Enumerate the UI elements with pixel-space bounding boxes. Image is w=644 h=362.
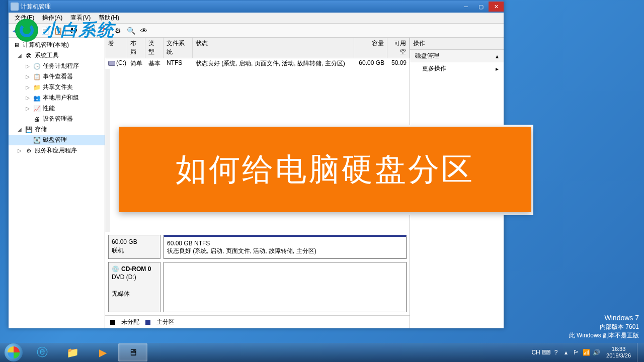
clock[interactable]: 16:33 2019/3/26 [603,346,634,359]
system-tray: CH ⌨ ? ▴ 🏳 📶 🔊 16:33 2019/3/26 [532,343,644,362]
minimize-button[interactable]: ─ [458,2,473,12]
disk-0-label[interactable]: 60.00 GB 联机 [108,235,160,259]
tree-local-users[interactable]: ▷ 👥 本地用户和组 [9,93,105,103]
collapse-icon: ▴ [496,53,499,60]
taskbar-media-player[interactable]: ▶ [88,343,117,361]
cdrom-partition[interactable] [164,262,407,312]
clock-time: 16:33 [606,346,631,352]
network-icon[interactable]: 📶 [582,348,590,356]
start-button[interactable] [0,343,27,362]
media-icon: ▶ [99,346,107,358]
view-button[interactable]: 👁 [138,25,149,36]
expand-icon[interactable]: ▷ [25,74,31,79]
expand-icon[interactable]: ▷ [25,106,31,111]
tree-shared-folders[interactable]: ▷ 📁 共享文件夹 [9,82,105,93]
tree-system-tools[interactable]: ◢ 🛠 系统工具 [9,50,105,61]
toolbar: ◀ ▶ 📄 📋 🗘 📑 ❓ ⚙ 🔍 👁 [9,24,504,38]
menu-help[interactable]: 帮助(H) [95,13,123,23]
menu-action[interactable]: 操作(A) [38,13,66,23]
tree-disk-management[interactable]: 💽 磁盘管理 [9,135,105,145]
taskbar-ie[interactable]: ⓔ [28,343,57,361]
maximize-button[interactable]: ▢ [473,2,489,12]
volume-header-row: 卷 布局 类型 文件系统 状态 容量 可用空 [105,38,410,58]
taskbar-explorer[interactable]: 📁 [58,343,87,361]
tree-event-viewer[interactable]: ▷ 📋 事件查看器 [9,71,105,82]
computer-icon: 🖥 [13,41,21,49]
ime-indicator[interactable]: CH [532,348,540,356]
device-icon: 🖨 [33,115,41,123]
forward-button[interactable]: ▶ [24,25,35,36]
show-desktop-button[interactable] [637,343,642,362]
expand-icon[interactable]: ▷ [25,95,31,101]
tree-label: 磁盘管理 [43,136,67,144]
event-icon: 📋 [33,73,41,81]
cdrom-icon: 💿 [112,265,119,273]
cdrom-row[interactable]: 💿CD-ROM 0 DVD (D:) 无媒体 [108,262,407,312]
tree-label: 性能 [43,104,55,113]
watermark-line3: 此 Windows 副本不是正版 [569,331,639,340]
disk-0-row[interactable]: 60.00 GB 联机 60.00 GB NTFS 状态良好 (系统, 启动, … [108,235,407,259]
app-icon [11,3,19,11]
cdrom-label[interactable]: 💿CD-ROM 0 DVD (D:) 无媒体 [108,262,160,312]
tree-task-scheduler[interactable]: ▷ 🕒 任务计划程序 [9,61,105,71]
tree-root[interactable]: 🖥 计算机管理(本地) [9,40,105,50]
collapse-icon[interactable]: ◢ [17,53,23,58]
menu-file[interactable]: 文件(F) [11,13,38,23]
header-type[interactable]: 类型 [145,38,164,58]
close-button[interactable]: ✕ [489,2,504,12]
header-filesystem[interactable]: 文件系统 [164,38,193,58]
back-button[interactable]: ◀ [11,25,22,36]
partition-c[interactable]: 60.00 GB NTFS 状态良好 (系统, 启动, 页面文件, 活动, 故障… [164,235,407,259]
tree-device-manager[interactable]: 🖨 设备管理器 [9,114,105,124]
clock-icon: 🕒 [33,62,41,70]
help-tray-icon[interactable]: ? [552,348,560,356]
chevron-right-icon: ▸ [496,65,499,72]
actions-more[interactable]: 更多操作 ▸ [410,62,504,75]
expand-icon[interactable]: ▷ [25,63,31,69]
disk-graphical-view: 60.00 GB 联机 60.00 GB NTFS 状态良好 (系统, 启动, … [105,232,410,328]
volume-icon[interactable]: 🔊 [592,348,600,356]
refresh-button[interactable]: 🗘 [68,25,79,36]
settings-button[interactable]: ⚙ [112,25,123,36]
up-button[interactable]: 📄 [39,25,50,36]
titlebar[interactable]: 计算机管理 ─ ▢ ✕ [9,1,504,13]
tree-label: 设备管理器 [43,115,73,123]
cell-layout: 简单 [127,58,145,69]
expand-icon[interactable]: ▷ [17,148,23,153]
export-button[interactable]: 📑 [81,25,92,36]
navigation-tree[interactable]: 🖥 计算机管理(本地) ◢ 🛠 系统工具 ▷ 🕒 任务计划程序 ▷ 📋 事件查看… [9,38,105,328]
taskbar-computer-management[interactable]: 🖥 [118,343,147,361]
disk-icon: 💽 [33,136,41,144]
properties-button[interactable]: 📋 [52,25,63,36]
tree-label: 事件查看器 [43,72,73,81]
collapse-icon[interactable]: ◢ [17,127,23,132]
header-capacity[interactable]: 容量 [354,38,387,58]
actions-label: 磁盘管理 [415,52,439,60]
tree-services-apps[interactable]: ▷ ⚙ 服务和应用程序 [9,145,105,156]
header-status[interactable]: 状态 [193,38,354,58]
users-icon: 👥 [33,94,41,102]
action-center-icon[interactable]: 🏳 [572,348,580,356]
keyboard-icon[interactable]: ⌨ [542,348,550,356]
zoom-button[interactable]: 🔍 [125,25,136,36]
volume-icon [108,61,115,66]
actions-disk-mgmt[interactable]: 磁盘管理 ▴ [410,50,504,62]
chevron-up-icon[interactable]: ▴ [562,348,570,356]
menu-view[interactable]: 查看(V) [66,13,95,23]
help-button[interactable]: ❓ [97,25,108,36]
tree-label: 任务计划程序 [43,62,79,70]
volume-list[interactable]: 卷 布局 类型 文件系统 状态 容量 可用空 (C:) 简单 基本 NTFS 状… [105,38,410,69]
tree-performance[interactable]: ▷ 📈 性能 [9,103,105,114]
header-free[interactable]: 可用空 [387,38,410,58]
separator [65,26,66,36]
header-layout[interactable]: 布局 [127,38,145,58]
tree-label: 系统工具 [35,51,59,60]
window-title: 计算机管理 [21,3,458,11]
actions-header: 操作 [410,38,504,50]
taskbar[interactable]: ⓔ 📁 ▶ 🖥 CH ⌨ ? ▴ 🏳 📶 🔊 16:33 2019/3/26 [0,343,644,362]
expand-icon[interactable]: ▷ [25,84,31,90]
cell-free: 50.09 [387,58,410,69]
header-volume[interactable]: 卷 [105,38,127,58]
tree-storage[interactable]: ◢ 💾 存储 [9,124,105,135]
volume-row-c[interactable]: (C:) 简单 基本 NTFS 状态良好 (系统, 启动, 页面文件, 活动, … [105,58,410,69]
